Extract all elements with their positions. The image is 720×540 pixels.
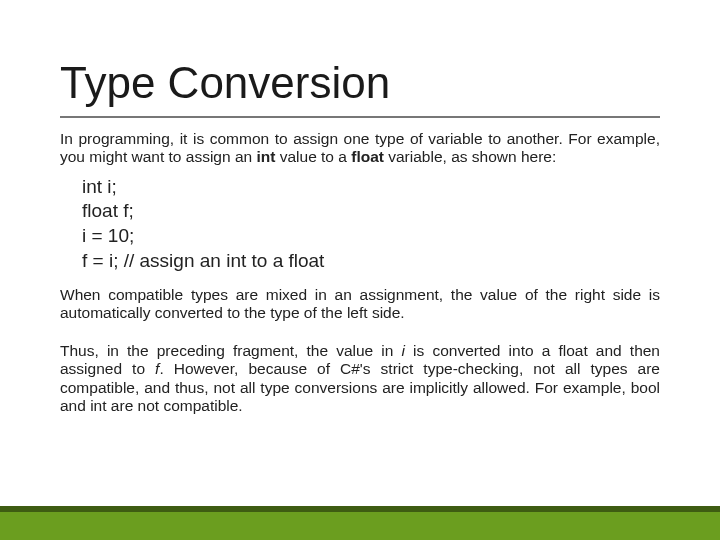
keyword-float: float xyxy=(351,148,384,165)
code-line: i = 10; xyxy=(82,224,660,249)
text: Thus, in the preceding fragment, the val… xyxy=(60,342,402,359)
page-title: Type Conversion xyxy=(60,60,660,106)
code-line: float f; xyxy=(82,199,660,224)
code-line: int i; xyxy=(82,175,660,200)
spacer xyxy=(60,328,660,342)
code-block: int i; float f; i = 10; f = i; // assign… xyxy=(82,175,660,274)
code-line: f = i; // assign an int to a float xyxy=(82,249,660,274)
keyword-int: int xyxy=(256,148,275,165)
footer-bar xyxy=(0,512,720,540)
paragraph-rule: When compatible types are mixed in an as… xyxy=(60,286,660,323)
paragraph-intro: In programming, it is common to assign o… xyxy=(60,130,660,167)
text: variable, as shown here: xyxy=(384,148,556,165)
paragraph-conclusion: Thus, in the preceding fragment, the val… xyxy=(60,342,660,415)
title-divider xyxy=(60,116,660,118)
slide: Type Conversion In programming, it is co… xyxy=(0,0,720,540)
text: value to a xyxy=(275,148,351,165)
